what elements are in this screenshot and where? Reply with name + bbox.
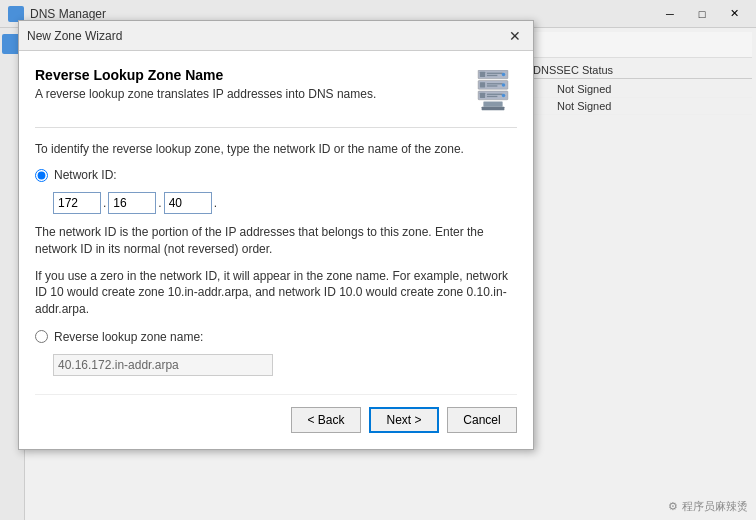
- row2-dnssec: Not Signed: [557, 100, 637, 112]
- new-zone-wizard-dialog: New Zone Wizard ✕ Reverse Lookup Zone Na…: [18, 20, 534, 450]
- radio-group-network-id: Network ID:: [35, 168, 517, 182]
- dialog-title: New Zone Wizard: [27, 29, 505, 43]
- radio-option-reverse-zone[interactable]: Reverse lookup zone name:: [35, 330, 517, 344]
- dialog-section-title: Reverse Lookup Zone Name: [35, 67, 457, 83]
- bg-window-title: DNS Manager: [30, 7, 106, 21]
- svg-rect-3: [487, 75, 498, 76]
- server-icon: [472, 70, 514, 112]
- svg-rect-8: [487, 85, 498, 86]
- dialog-header-section: Reverse Lookup Zone Name A reverse looku…: [35, 67, 517, 128]
- dialog-body: Reverse Lookup Zone Name A reverse looku…: [19, 51, 533, 449]
- svg-rect-15: [483, 102, 502, 107]
- titlebar-controls: ─ □ ✕: [656, 4, 748, 24]
- network-id-octet-2[interactable]: [108, 192, 156, 214]
- svg-rect-2: [487, 73, 503, 74]
- radio-network-id-label: Network ID:: [54, 168, 117, 182]
- dialog-footer: < Back Next > Cancel: [35, 394, 517, 433]
- next-button[interactable]: Next >: [369, 407, 439, 433]
- description-text-1: The network ID is the portion of the IP …: [35, 224, 517, 258]
- dot-3: .: [212, 196, 219, 210]
- svg-rect-13: [487, 96, 498, 97]
- svg-point-9: [502, 83, 506, 87]
- radio-group-reverse-zone: Reverse lookup zone name:: [35, 330, 517, 344]
- cancel-button[interactable]: Cancel: [447, 407, 517, 433]
- col-header-dnssec: DNSSEC Status: [533, 64, 613, 76]
- network-id-octet-3[interactable]: [164, 192, 212, 214]
- dialog-close-button[interactable]: ✕: [505, 26, 525, 46]
- radio-reverse-zone-label: Reverse lookup zone name:: [54, 330, 203, 344]
- minimize-button[interactable]: ─: [656, 4, 684, 24]
- watermark: ⚙ 程序员麻辣烫: [668, 499, 748, 514]
- svg-rect-11: [480, 93, 485, 98]
- network-id-octet-1[interactable]: [53, 192, 101, 214]
- svg-rect-12: [487, 94, 503, 95]
- svg-rect-6: [480, 82, 485, 87]
- svg-rect-1: [480, 72, 485, 77]
- svg-point-4: [502, 73, 506, 77]
- radio-network-id-input[interactable]: [35, 169, 48, 182]
- svg-rect-16: [482, 107, 505, 111]
- dialog-content: To identify the reverse lookup zone, typ…: [35, 142, 517, 394]
- watermark-text: 程序员麻辣烫: [682, 499, 748, 514]
- svg-rect-7: [487, 83, 503, 84]
- network-id-inputs: . . .: [53, 192, 517, 214]
- maximize-button[interactable]: □: [688, 4, 716, 24]
- svg-point-14: [502, 94, 506, 98]
- server-icon-container: [469, 67, 517, 115]
- radio-reverse-zone-input[interactable]: [35, 330, 48, 343]
- radio-option-network-id[interactable]: Network ID:: [35, 168, 517, 182]
- back-button[interactable]: < Back: [291, 407, 361, 433]
- row1-dnssec: Not Signed: [557, 83, 637, 95]
- dialog-header-text: Reverse Lookup Zone Name A reverse looku…: [35, 67, 457, 101]
- close-button[interactable]: ✕: [720, 4, 748, 24]
- dot-1: .: [101, 196, 108, 210]
- dialog-titlebar: New Zone Wizard ✕: [19, 21, 533, 51]
- intro-text: To identify the reverse lookup zone, typ…: [35, 142, 517, 156]
- dialog-section-desc: A reverse lookup zone translates IP addr…: [35, 87, 457, 101]
- dot-2: .: [156, 196, 163, 210]
- reverse-zone-name-input[interactable]: [53, 354, 273, 376]
- watermark-icon: ⚙: [668, 500, 678, 513]
- description-text-2: If you use a zero in the network ID, it …: [35, 268, 517, 318]
